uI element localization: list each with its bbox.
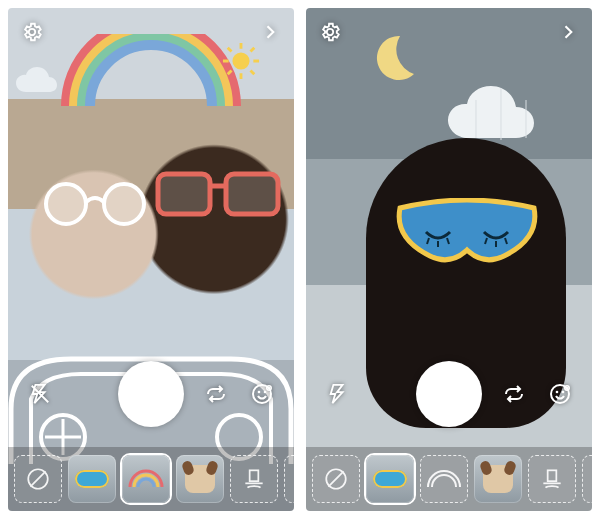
filter-tray[interactable]	[8, 447, 294, 511]
chevron-right-icon	[558, 22, 578, 42]
next-button[interactable]	[554, 18, 582, 46]
svg-point-9	[46, 184, 86, 224]
chevron-right-icon	[260, 22, 280, 42]
sleep-mask-overlay	[394, 198, 540, 268]
flash-toggle[interactable]	[324, 380, 352, 408]
filter-none[interactable]	[14, 455, 62, 503]
flash-icon	[327, 383, 349, 405]
camera-screen-sleepmask	[306, 8, 592, 511]
top-bar	[8, 16, 294, 48]
filter-rainbow[interactable]	[122, 455, 170, 503]
svg-line-6	[251, 71, 255, 75]
filter-wheat[interactable]	[582, 455, 592, 503]
switch-camera-button[interactable]	[500, 380, 528, 408]
rainbow-icon	[128, 469, 164, 489]
svg-line-42	[328, 471, 343, 486]
svg-line-8	[228, 71, 232, 75]
glasses-overlay-white	[40, 180, 150, 226]
capture-controls	[306, 359, 592, 429]
filter-tray[interactable]	[306, 447, 592, 511]
filter-sleep-mask[interactable]	[366, 455, 414, 503]
cloud-overlay	[446, 80, 556, 150]
camera-switch-icon	[204, 382, 228, 406]
svg-line-7	[251, 48, 255, 52]
settings-button[interactable]	[316, 18, 344, 46]
filter-rainbow[interactable]	[420, 455, 468, 503]
svg-point-10	[104, 184, 144, 224]
next-button[interactable]	[256, 18, 284, 46]
no-filter-icon	[323, 466, 349, 492]
gear-icon	[21, 21, 43, 43]
filter-sleep-mask[interactable]	[68, 455, 116, 503]
top-bar	[306, 16, 592, 48]
filter-top-hat[interactable]	[528, 455, 576, 503]
filter-puppy[interactable]	[474, 455, 522, 503]
settings-button[interactable]	[18, 18, 46, 46]
top-hat-icon	[241, 466, 267, 492]
camera-switch-icon	[502, 382, 526, 406]
face-filter-button[interactable]	[248, 380, 276, 408]
svg-rect-27	[250, 470, 259, 481]
filter-none[interactable]	[312, 455, 360, 503]
sleep-mask-icon	[75, 470, 109, 488]
sleep-mask-icon	[373, 470, 407, 488]
svg-line-5	[228, 48, 232, 52]
svg-rect-12	[226, 174, 278, 214]
svg-rect-43	[548, 470, 557, 481]
svg-point-21	[264, 391, 267, 394]
puppy-icon	[185, 465, 215, 493]
filter-puppy[interactable]	[176, 455, 224, 503]
svg-point-36	[556, 391, 559, 394]
filter-wheat[interactable]	[284, 455, 294, 503]
svg-point-20	[258, 391, 261, 394]
camera-screen-rainbow	[8, 8, 294, 511]
rainbow-icon	[426, 469, 462, 489]
flash-toggle[interactable]	[26, 380, 54, 408]
svg-rect-11	[158, 174, 210, 214]
face-smile-icon	[250, 382, 274, 406]
shutter-button[interactable]	[118, 361, 184, 427]
puppy-icon	[483, 465, 513, 493]
face-filter-button[interactable]	[546, 380, 574, 408]
svg-point-37	[562, 391, 565, 394]
switch-camera-button[interactable]	[202, 380, 230, 408]
svg-point-0	[232, 52, 249, 69]
cloud-overlay	[14, 66, 74, 98]
flash-off-icon	[29, 383, 51, 405]
glasses-overlay-red	[154, 166, 282, 220]
svg-line-26	[30, 471, 45, 486]
no-filter-icon	[25, 466, 51, 492]
shutter-button[interactable]	[416, 361, 482, 427]
filter-top-hat[interactable]	[230, 455, 278, 503]
gear-icon	[319, 21, 341, 43]
capture-controls	[8, 359, 294, 429]
face-smile-icon	[548, 382, 572, 406]
top-hat-icon	[539, 466, 565, 492]
